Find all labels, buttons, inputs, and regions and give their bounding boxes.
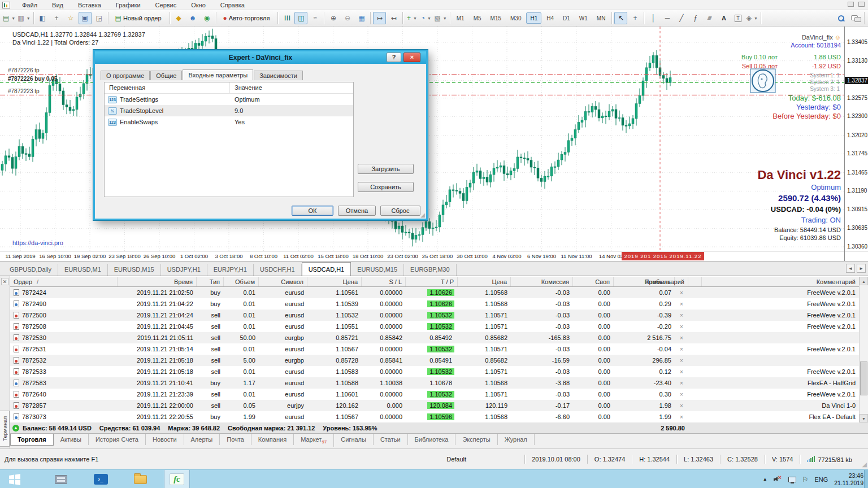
- chart-tab-EURUSD,M1[interactable]: EURUSD,M1: [58, 264, 108, 276]
- chart-tab-USDCHF,H1[interactable]: USDCHF,H1: [254, 264, 302, 276]
- order-row[interactable]: 78725322019.11.21 21:05:18sell5.00eurgbp…: [10, 355, 859, 366]
- menu-Вид[interactable]: Вид: [45, 1, 71, 9]
- tabs-scroll-right-button[interactable]: ►: [857, 264, 866, 273]
- autotrading-button[interactable]: ●Авто-торговля: [219, 12, 276, 24]
- param-value[interactable]: 9.0: [230, 107, 243, 114]
- profiles-button[interactable]: ▥▼: [17, 12, 31, 24]
- order-row[interactable]: 78726402019.11.21 21:23:39sell0.01eurusd…: [10, 389, 859, 400]
- chat-button[interactable]: [849, 12, 862, 24]
- community-button[interactable]: ☻: [186, 12, 199, 24]
- candles-chart-button[interactable]: ◫: [294, 12, 307, 24]
- terminal-tab-Почта[interactable]: Почта: [220, 434, 251, 445]
- terminal-tab-Компания[interactable]: Компания: [251, 434, 294, 445]
- volume-muted-icon[interactable]: [774, 476, 782, 483]
- dialog-tab-О программе[interactable]: О программе: [101, 71, 150, 80]
- menu-Окно[interactable]: Окно: [184, 1, 213, 9]
- close-order-button[interactable]: ×: [675, 290, 688, 296]
- close-order-button[interactable]: ×: [675, 403, 688, 409]
- action-center-flag-icon[interactable]: ⚐: [802, 476, 809, 483]
- order-row[interactable]: 78725312019.11.21 21:05:14sell0.01eurusd…: [10, 343, 859, 355]
- text-tool-button[interactable]: A: [717, 12, 730, 24]
- chart-tab-EURUSD,M15[interactable]: EURUSD,M15: [108, 264, 161, 276]
- window-restore-button[interactable]: [848, 2, 854, 7]
- cursor-tool-button[interactable]: ↖: [614, 12, 627, 24]
- dialog-tab-Входные параметры[interactable]: Входные параметры: [183, 69, 253, 80]
- strategy-tester-button[interactable]: ◲: [93, 12, 106, 24]
- close-order-button[interactable]: ×: [675, 380, 688, 386]
- chart-shift-button[interactable]: ↤: [387, 12, 400, 24]
- tabs-scroll-left-button[interactable]: ◄: [846, 264, 855, 273]
- column-header-Тип[interactable]: Тип: [197, 277, 224, 286]
- column-header-Цена[interactable]: Цена: [458, 277, 511, 286]
- close-order-button[interactable]: ×: [675, 369, 688, 375]
- order-row[interactable]: 78730732019.11.21 22:20:55buy1.99eurusd1…: [10, 411, 859, 422]
- vline-tool-button[interactable]: │: [646, 12, 659, 24]
- column-header-Время[interactable]: Время: [118, 277, 197, 286]
- param-value[interactable]: Yes: [230, 119, 245, 125]
- chart-tab-USDCAD,H1[interactable]: USDCAD,H1: [302, 262, 351, 276]
- menu-Сервис[interactable]: Сервис: [148, 1, 184, 9]
- order-row[interactable]: 78724902019.11.21 21:04:22buy0.01eurusd1…: [10, 298, 859, 310]
- order-row[interactable]: 78725302019.11.21 21:05:11sell50.00eurgb…: [10, 332, 859, 343]
- channel-tool-button[interactable]: ≡: [703, 12, 716, 24]
- chart-tab-USDJPY,H1[interactable]: USDJPY,H1: [161, 264, 207, 276]
- scroll-up-button[interactable]: ▲: [860, 277, 868, 285]
- dialog-tab-Зависимости[interactable]: Зависимости: [254, 71, 303, 80]
- search-button[interactable]: [835, 12, 848, 24]
- server-manager-button[interactable]: [49, 470, 73, 488]
- navigator-button[interactable]: ☆: [64, 12, 77, 24]
- column-header-Своп[interactable]: Своп: [573, 277, 614, 286]
- terminal-tab-Алерты[interactable]: Алерты: [184, 434, 220, 445]
- dialog-titlebar[interactable]: Expert - DaVinci_fix ? ×: [95, 51, 426, 64]
- powershell-button[interactable]: ›_: [88, 470, 113, 488]
- language-indicator[interactable]: ENG: [814, 476, 828, 483]
- ok-button[interactable]: ОК: [292, 206, 333, 216]
- load-button[interactable]: Загрузить: [358, 164, 414, 174]
- bars-chart-button[interactable]: ☰: [280, 12, 293, 24]
- order-row[interactable]: 78725002019.11.21 21:04:24sell0.01eurusd…: [10, 310, 859, 321]
- close-order-button[interactable]: ×: [675, 335, 688, 341]
- window-resize-grip[interactable]: ◢: [862, 461, 867, 468]
- window-close-button[interactable]: [858, 2, 865, 7]
- auto-scroll-button[interactable]: ↦: [373, 12, 386, 24]
- chart-tab-EURGBP,M30[interactable]: EURGBP,M30: [404, 264, 457, 276]
- terminal-tab-История Счета[interactable]: История Счета: [89, 434, 146, 445]
- new-order-button[interactable]: ▤Новый ордер: [111, 12, 167, 24]
- close-order-button[interactable]: ×: [675, 414, 688, 420]
- close-order-button[interactable]: ×: [675, 324, 688, 330]
- reset-button[interactable]: Сброс: [380, 206, 420, 216]
- variable-column-header[interactable]: Переменная: [105, 82, 230, 93]
- terminal-tab-Активы[interactable]: Активы: [54, 434, 89, 445]
- network-icon[interactable]: [788, 477, 796, 482]
- column-header-Комментарий[interactable]: Комментарий: [675, 277, 688, 286]
- zoom-out-button[interactable]: ⊖: [341, 12, 354, 24]
- close-order-button[interactable]: ×: [675, 312, 688, 319]
- column-header-T / P[interactable]: T / P: [406, 277, 458, 286]
- terminal-toggle-button[interactable]: ▣: [79, 12, 92, 24]
- crosshair-tool-button[interactable]: +: [628, 12, 641, 24]
- hidden-icons-chevron[interactable]: ▲: [763, 477, 767, 482]
- terminal-scrollbar[interactable]: ▲ ▼: [859, 277, 868, 422]
- column-header-Объем[interactable]: Объем: [224, 277, 259, 286]
- dialog-resize-grip[interactable]: ◢: [420, 212, 425, 218]
- timeframe-M1-button[interactable]: M1: [453, 12, 468, 24]
- column-header-Комиссия[interactable]: Комиссия: [511, 277, 573, 286]
- column-header-S / L[interactable]: S / L: [362, 277, 406, 286]
- order-row[interactable]: 78725082019.11.21 21:04:45sell0.01eurusd…: [10, 321, 859, 332]
- timeframe-H1-button[interactable]: H1: [526, 12, 541, 24]
- menu-Справка[interactable]: Справка: [213, 1, 252, 9]
- column-header-Ордер[interactable]: Ордер /: [10, 277, 118, 286]
- chart-tab-EURUSD,M15[interactable]: EURUSD,M15: [351, 264, 404, 276]
- show-desktop-button[interactable]: [864, 470, 868, 488]
- parameter-row[interactable]: 123TradeSettingsOptimum: [105, 94, 353, 105]
- textlabel-tool-button[interactable]: T: [731, 12, 744, 24]
- terminal-tab-Журнал[interactable]: Журнал: [498, 434, 535, 445]
- arrows-tool-button[interactable]: ◈▼: [745, 12, 758, 24]
- trendline-tool-button[interactable]: ╱: [675, 12, 688, 24]
- dialog-help-button[interactable]: ?: [387, 53, 401, 62]
- scrollbar-thumb[interactable]: [860, 361, 867, 395]
- timeframe-D1-button[interactable]: D1: [559, 12, 574, 24]
- cancel-button[interactable]: Отмена: [338, 206, 376, 216]
- zoom-in-button[interactable]: ⊕: [327, 12, 340, 24]
- chart-tab-GBPUSD,Daily[interactable]: GBPUSD,Daily: [3, 264, 58, 276]
